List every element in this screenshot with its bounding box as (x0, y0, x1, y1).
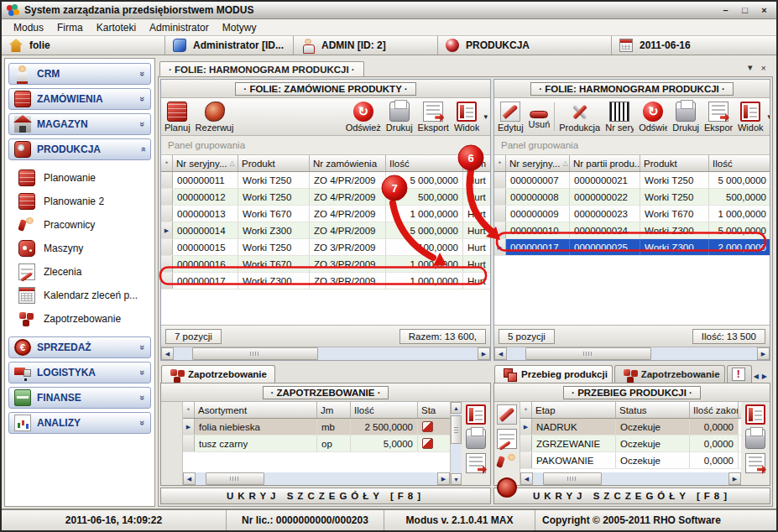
tab-folie-harmonogram[interactable]: · FOLIE: HARMONOGRAM PRODUKCJI · (159, 61, 364, 76)
schedule-grouping-panel[interactable]: Panel grupowania (494, 136, 770, 155)
eksport-button[interactable]: Eksport (415, 99, 452, 134)
eksport-button[interactable]: Eksport (702, 99, 735, 134)
table-row[interactable]: ▶NADRUKOczekuje0,0000 (520, 419, 741, 436)
table-row[interactable]: 0000000070000000021Worki T2505 000,0000 (494, 172, 770, 189)
table-row[interactable]: ▶0000000170000000025Worki Z3002 000,0000 (494, 239, 770, 256)
column-header[interactable]: Zam (463, 155, 490, 171)
column-header[interactable]: Ilość (386, 155, 463, 171)
menu-firma[interactable]: Firma (50, 20, 90, 35)
drukuj-button[interactable]: Drukuj (384, 99, 415, 134)
edit-icon[interactable] (497, 404, 517, 425)
tab-zapotrzebowanie[interactable]: Zapotrzebowanie (614, 365, 725, 383)
table-row[interactable]: 000000013Worki T670ZO 4/PR/20091 000,000… (161, 206, 490, 222)
tab-scroll-left-icon[interactable]: ◀ (754, 373, 759, 380)
scroll-right-icon[interactable]: ▶ (728, 472, 741, 485)
column-header[interactable]: Nr partii produ... (570, 155, 640, 171)
orders-grid[interactable]: *Nr seryjny...△ProduktNr zamówieniaIlość… (161, 155, 490, 325)
column-header[interactable]: Nr seryjny...△ (506, 155, 570, 171)
sidebar-group-crm[interactable]: CRM » (8, 63, 151, 85)
table-row[interactable]: tusz czarnyop5,0000 (183, 436, 450, 452)
table-row[interactable]: 0000000100000000024Worki Z3005 000,0000 (494, 222, 770, 239)
sidebar-group-produkcja[interactable]: PRODUKCJA » (8, 138, 151, 160)
sidebar-item-zapotrzebowanie[interactable]: Zapotrzebowanie (18, 307, 151, 330)
close-button[interactable]: × (757, 4, 771, 17)
gear-icon[interactable] (497, 477, 517, 498)
scrollbar-thumb[interactable] (451, 415, 462, 444)
horizontal-scrollbar[interactable]: ◀ ▶ (520, 472, 741, 485)
planuj-button[interactable]: Planuj (162, 99, 193, 134)
shortcut-department[interactable]: PRODUKCJA (438, 36, 612, 55)
table-row[interactable]: 000000017Worki Z300ZO 3/PR/20091 000,000… (161, 273, 490, 289)
scrollbar-thumb[interactable] (192, 347, 318, 360)
drukuj-button[interactable]: Drukuj (670, 99, 702, 134)
sidebar-group-logistyka[interactable]: LOGISTYKA » (8, 362, 151, 383)
table-row[interactable]: PAKOWANIEOczekuje0,0000 (520, 452, 741, 469)
column-header[interactable]: Etap (532, 402, 616, 418)
column-header[interactable]: Asortyment (195, 402, 317, 418)
table-row[interactable]: 0000000080000000022Worki T250500,0000 (494, 189, 770, 206)
widok-button[interactable]: Widok (452, 99, 483, 134)
shortcut-admin[interactable]: ADMIN [ID: 2] (294, 36, 438, 55)
column-header[interactable]: Produkt (640, 155, 709, 171)
scroll-up-icon[interactable]: ▲ (451, 402, 462, 414)
tab-zapotrzebowanie[interactable]: Zapotrzebowanie (161, 365, 275, 383)
nr-seryjny-button[interactable]: Nr seryjny (603, 99, 636, 134)
menu-kartoteki[interactable]: Kartoteki (90, 20, 143, 35)
shortcut-home[interactable]: folie (2, 36, 165, 55)
scroll-left-icon[interactable]: ◀ (161, 347, 174, 360)
tab-list-caret-icon[interactable]: ▾ (748, 62, 753, 73)
tab-close-icon[interactable]: × (761, 63, 766, 73)
table-row[interactable]: 000000016Worki T670ZO 3/PR/20091 000,000… (161, 256, 490, 273)
orders-grouping-panel[interactable]: Panel grupowania (161, 136, 490, 155)
print-icon[interactable] (466, 429, 486, 449)
tab-partial[interactable] (727, 365, 752, 383)
column-header[interactable]: Produkt (238, 155, 310, 171)
scrollbar-thumb[interactable] (525, 347, 651, 360)
scroll-down-icon[interactable]: ▼ (451, 473, 462, 485)
print-icon[interactable] (745, 429, 765, 449)
scroll-right-icon[interactable]: ▶ (437, 472, 450, 485)
column-header[interactable]: Ilość (351, 402, 418, 418)
column-header[interactable]: Status (616, 402, 690, 418)
view-icon[interactable] (466, 404, 486, 425)
schedule-grid[interactable]: *Nr seryjny...△Nr partii produ...Produkt… (494, 155, 770, 325)
table-row[interactable]: ZGRZEWANIEOczekuje0,0000 (520, 436, 741, 452)
sidebar-group-sprzedaz[interactable]: SPRZEDAŻ » (8, 336, 151, 358)
table-row[interactable]: 0000000090000000023Worki T6701 000,0000 (494, 206, 770, 222)
menu-administrator[interactable]: Administrator (143, 20, 216, 35)
scroll-left-icon[interactable]: ◀ (520, 472, 533, 485)
view-icon[interactable] (745, 404, 765, 425)
horizontal-scrollbar[interactable]: ◀ ▶ (494, 347, 770, 360)
export-icon[interactable] (466, 453, 486, 473)
sidebar-item-planowanie[interactable]: Planowanie (18, 166, 151, 189)
tab-przebieg-produkcji[interactable]: Przebieg produkcji (494, 365, 613, 383)
scrollbar-thumb[interactable] (206, 472, 264, 485)
sidebar-item-maszyny[interactable]: Maszyny (18, 237, 151, 259)
horizontal-scrollbar[interactable]: ◀ ▶ (161, 347, 490, 360)
column-header[interactable]: Nr seryjny...△ (173, 155, 238, 171)
scroll-right-icon[interactable]: ▶ (757, 347, 770, 360)
maximize-button[interactable]: □ (738, 4, 752, 17)
sidebar-item-pracownicy[interactable]: Pracownicy (18, 213, 151, 236)
hide-details-button[interactable]: UKRYJ SZCZEGÓŁY [F8] (493, 488, 770, 504)
toolbar-overflow-caret-icon[interactable]: ▾ (766, 112, 770, 121)
shortcut-user[interactable]: Administrator [ID... (165, 36, 294, 55)
usun-button[interactable]: Usuń (526, 99, 553, 134)
column-header[interactable]: Nr zamówienia (310, 155, 386, 171)
table-row[interactable]: 000000011Worki T250ZO 4/PR/20095 000,000… (161, 172, 490, 189)
sidebar-item-zlecenia[interactable]: Zlecenia (18, 260, 151, 283)
tab-scroll-right-icon[interactable]: ▶ (762, 373, 767, 380)
workers-icon[interactable] (497, 453, 517, 473)
rezerwuj-button[interactable]: Rezerwuj (193, 99, 237, 134)
horizontal-scrollbar[interactable]: ◀ ▶ (183, 472, 450, 485)
sidebar-item-planowanie-2[interactable]: Planowanie 2 (18, 190, 151, 212)
sidebar-group-analizy[interactable]: ANALIZY » (8, 412, 151, 434)
scroll-left-icon[interactable]: ◀ (183, 472, 196, 485)
jobs-icon[interactable] (497, 429, 517, 449)
sidebar-group-zamowienia[interactable]: ZAMÓWIENIA » (8, 88, 151, 110)
column-header[interactable]: Ilość (709, 155, 770, 171)
sidebar-group-magazyn[interactable]: MAGAZYN » (8, 113, 151, 135)
column-header[interactable]: Ilość zakoń (690, 402, 739, 418)
column-header[interactable]: Jm (317, 402, 351, 418)
table-row[interactable]: ▶folia niebieskamb2 500,0000 (183, 419, 450, 436)
